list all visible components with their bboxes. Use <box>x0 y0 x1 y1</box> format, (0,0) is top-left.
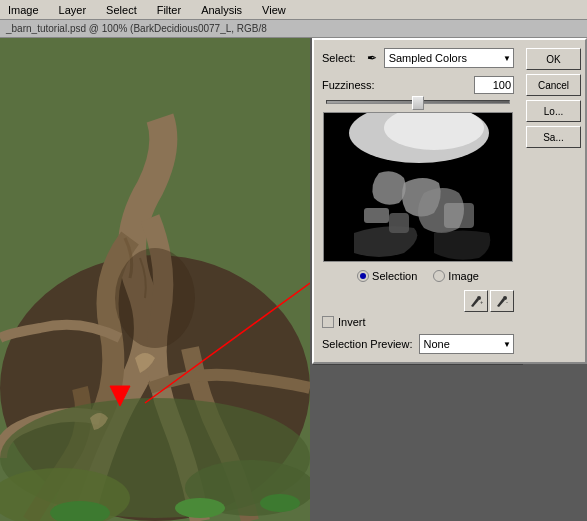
dialog-panel: Select: ✒ Sampled Colors Fuzziness: 100 <box>312 38 522 364</box>
doc-title: _barn_tutorial.psd @ 100% (BarkDecidious… <box>6 23 267 34</box>
select-row: Select: ✒ Sampled Colors <box>322 48 514 68</box>
selection-preview-image <box>323 112 513 262</box>
fuzziness-row: Fuzziness: 100 <box>322 76 514 94</box>
dialog-buttons-panel: OK Cancel Lo... Sa... <box>522 38 587 364</box>
fuzziness-slider-track[interactable] <box>326 100 510 104</box>
fuzziness-slider-container <box>322 100 514 104</box>
svg-point-7 <box>175 498 225 518</box>
radio-selection-label: Selection <box>372 270 417 282</box>
save-button[interactable]: Sa... <box>526 126 581 148</box>
tree-photo-svg <box>0 38 310 521</box>
load-button[interactable]: Lo... <box>526 100 581 122</box>
eyedropper-icon[interactable]: ✒ <box>364 50 380 66</box>
radio-image-label: Image <box>448 270 479 282</box>
preview-svg <box>324 113 513 262</box>
radio-image-circle[interactable] <box>433 270 445 282</box>
menu-bar: Image Layer Select Filter Analysis View <box>0 0 587 20</box>
svg-text:-: - <box>506 299 508 305</box>
main-area: Select: ✒ Sampled Colors Fuzziness: 100 <box>0 38 587 521</box>
preview-dropdown-value: None <box>424 338 450 350</box>
selection-preview-row: Selection Preview: None <box>322 334 514 354</box>
menu-filter[interactable]: Filter <box>153 2 185 18</box>
radio-row: Selection Image <box>322 270 514 282</box>
fuzziness-label: Fuzziness: <box>322 79 375 91</box>
fuzziness-number: 100 <box>493 79 511 91</box>
color-range-dialog: Select: ✒ Sampled Colors Fuzziness: 100 <box>312 38 587 364</box>
select-label: Select: <box>322 52 356 64</box>
radio-selection-circle[interactable] <box>357 270 369 282</box>
radio-selection[interactable]: Selection <box>357 270 417 282</box>
select-dropdown[interactable]: Sampled Colors <box>384 48 514 68</box>
menu-select[interactable]: Select <box>102 2 141 18</box>
svg-marker-9 <box>110 386 130 406</box>
svg-rect-14 <box>364 208 389 223</box>
invert-label: Invert <box>338 316 366 328</box>
tree-image <box>0 38 310 521</box>
ok-button[interactable]: OK <box>526 48 581 70</box>
svg-text:+: + <box>480 299 483 305</box>
eyedropper-subtract-tool[interactable]: - <box>490 290 514 312</box>
eyedropper-tools-row: + - <box>322 290 514 312</box>
invert-checkbox[interactable] <box>322 316 334 328</box>
cancel-button[interactable]: Cancel <box>526 74 581 96</box>
eyedropper-add-tool[interactable]: + <box>464 290 488 312</box>
selection-preview-label: Selection Preview: <box>322 338 413 350</box>
menu-layer[interactable]: Layer <box>55 2 91 18</box>
menu-analysis[interactable]: Analysis <box>197 2 246 18</box>
doc-title-bar: _barn_tutorial.psd @ 100% (BarkDecidious… <box>0 20 587 38</box>
fuzziness-slider-thumb[interactable] <box>412 96 424 110</box>
invert-row: Invert <box>322 316 514 328</box>
menu-view[interactable]: View <box>258 2 290 18</box>
selection-preview-dropdown[interactable]: None <box>419 334 515 354</box>
svg-point-5 <box>115 248 195 348</box>
eyedropper-subtract-icon: - <box>495 294 509 308</box>
fuzziness-value-input[interactable]: 100 <box>474 76 514 94</box>
select-dropdown-value: Sampled Colors <box>389 52 467 64</box>
svg-rect-16 <box>444 203 474 228</box>
svg-point-8 <box>260 494 300 512</box>
red-arrow-indicator <box>100 371 140 411</box>
menu-image[interactable]: Image <box>4 2 43 18</box>
eyedropper-add-icon: + <box>469 294 483 308</box>
radio-image[interactable]: Image <box>433 270 479 282</box>
